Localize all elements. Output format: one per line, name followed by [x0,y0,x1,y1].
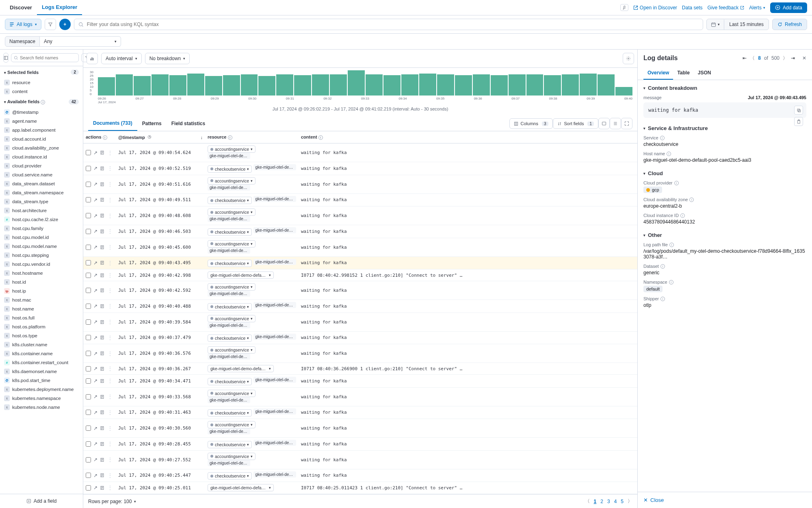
row-checkbox[interactable] [86,150,91,155]
view-doc-icon[interactable] [100,486,106,490]
row-checkbox[interactable] [86,304,91,309]
kql-search[interactable] [74,19,704,30]
pager-page[interactable]: 3 [607,499,610,504]
field-item[interactable]: iphost.ip [0,287,83,295]
view-doc-icon[interactable] [100,304,106,308]
histogram-bar[interactable] [437,74,454,96]
row-checkbox[interactable] [86,182,91,187]
pager-page[interactable]: 1 [594,499,597,504]
pager-page[interactable]: 4 [614,499,617,504]
resource-badge[interactable]: accountingservice ▾ [208,177,256,185]
field-item[interactable]: ⏱k8s.pod.start_time [0,376,83,385]
more-actions-icon[interactable]: ⋮ [107,335,113,341]
more-actions-icon[interactable]: ⋮ [107,228,113,234]
nav-first-button[interactable]: ⇤ [743,55,747,61]
data-sets-link[interactable]: Data sets [682,5,703,11]
expand-icon[interactable]: ↗ [93,213,98,219]
refresh-button[interactable]: Refresh [772,19,807,30]
resource-badge[interactable]: checkoutservice ▾ [208,165,252,173]
field-item[interactable]: thost.cpu.vendor.id [0,260,83,269]
row-checkbox[interactable] [86,319,91,325]
field-item[interactable]: ⏱@timestamp [0,108,83,117]
histogram-toggle-button[interactable] [87,53,98,64]
row-checkbox[interactable] [86,441,91,447]
row-checkbox[interactable] [86,197,91,202]
row-checkbox[interactable] [86,394,91,399]
view-doc-icon[interactable] [100,166,106,171]
section-other[interactable]: ▾ Other [643,232,806,238]
expand-icon[interactable]: ↗ [93,485,98,491]
selected-fields-header[interactable]: ▾ Selected fields2 [0,66,83,78]
resource-badge[interactable]: checkoutservice ▾ [208,334,252,342]
calendar-button[interactable]: ▾ [707,20,724,30]
field-item[interactable]: tcloud.availability_zone [0,143,83,152]
expand-icon[interactable]: ↗ [93,394,98,399]
info-icon[interactable]: i [660,136,665,140]
breakdown-select[interactable]: No breakdown ▾ [145,53,190,64]
view-doc-icon[interactable] [100,410,106,415]
resource-badge[interactable]: accountingservice ▾ [208,145,256,153]
field-item[interactable]: thost.id [0,278,83,287]
lens-button[interactable] [623,53,634,64]
view-doc-icon[interactable] [100,320,106,324]
resource-badge[interactable]: accountingservice ▾ [208,208,256,216]
field-item[interactable]: tk8s.container.name [0,349,83,358]
resource-badge[interactable]: checkoutservice ▾ [208,260,252,267]
histogram-bar[interactable] [116,74,133,96]
field-item[interactable]: tcloud.account.id [0,135,83,143]
field-item[interactable]: tdata_stream.dataset [0,179,83,188]
table-row[interactable]: ↗ ⋮ Jul 17, 2024 @ 09:40:42.998 gke-migu… [83,269,637,281]
histogram-bar[interactable] [241,74,258,96]
more-actions-icon[interactable]: ⋮ [107,165,113,171]
row-checkbox[interactable] [86,166,91,171]
resource-badge[interactable]: checkoutservice ▾ [208,228,252,236]
columns-button[interactable]: Columns 3 [509,118,553,129]
table-row[interactable]: ↗ ⋮ Jul 17, 2024 @ 09:40:42.592 accounti… [83,281,637,300]
field-item[interactable]: tcloud.service.name [0,170,83,179]
histogram-bar[interactable] [615,87,632,96]
expand-icon[interactable]: ↗ [93,351,98,356]
more-actions-icon[interactable]: ⋮ [107,426,113,431]
field-item[interactable]: tkubernetes.deployment.name [0,385,83,394]
row-checkbox[interactable] [86,366,91,371]
row-checkbox[interactable] [86,378,91,384]
expand-icon[interactable]: ↗ [93,181,98,187]
view-doc-icon[interactable] [100,273,106,278]
row-checkbox[interactable] [86,288,91,293]
table-row[interactable]: ↗ ⋮ Jul 17, 2024 @ 09:40:49.511 checkout… [83,193,637,206]
clipboard-icon[interactable] [794,117,803,126]
field-item[interactable]: tk8s.daemonset.name [0,367,83,376]
histogram-bar[interactable] [562,74,579,96]
view-doc-icon[interactable] [100,229,106,234]
table-row[interactable]: ↗ ⋮ Jul 17, 2024 @ 09:40:27.552 accounti… [83,450,637,469]
table-row[interactable]: ↗ ⋮ Jul 17, 2024 @ 09:40:48.608 accounti… [83,206,637,225]
histogram-bar[interactable] [544,75,561,96]
more-actions-icon[interactable]: ⋮ [107,473,113,478]
histogram-bar[interactable] [455,75,472,96]
info-icon[interactable]: i [228,135,232,140]
field-item[interactable]: #k8s.container.restart_count [0,358,83,367]
flyout-tab-table[interactable]: Table [673,67,693,80]
table-row[interactable]: ↗ ⋮ Jul 17, 2024 @ 09:40:33.568 accounti… [83,387,637,406]
view-doc-icon[interactable] [100,335,106,340]
histogram-bar[interactable] [205,76,222,96]
expand-icon[interactable]: ↗ [93,335,98,341]
table-row[interactable]: ↗ ⋮ Jul 17, 2024 @ 09:40:39.584 accounti… [83,313,637,331]
resource-badge[interactable]: checkoutservice ▾ [208,303,252,310]
table-row[interactable]: ↗ ⋮ Jul 17, 2024 @ 09:40:37.479 checkout… [83,331,637,344]
namespace-select[interactable]: Any ▾ [40,36,121,47]
filter-button[interactable] [45,19,56,30]
collapse-sidebar-button[interactable] [3,53,9,63]
field-item[interactable]: tdata_stream.type [0,197,83,206]
histogram-bar[interactable] [312,74,329,96]
field-item[interactable]: tcloud.provider [0,161,83,170]
histogram-bar[interactable] [598,74,615,96]
more-actions-icon[interactable]: ⋮ [107,457,113,462]
data-view-selector[interactable]: All logs ▾ [5,19,41,30]
more-actions-icon[interactable]: ⋮ [107,260,113,266]
copy-icon[interactable] [794,106,803,115]
tab-logs-explorer[interactable]: Logs Explorer [37,0,82,15]
more-actions-icon[interactable]: ⋮ [107,150,113,156]
tab-documents[interactable]: Documents (733) [88,116,137,131]
table-row[interactable]: ↗ ⋮ Jul 17, 2024 @ 09:40:25.011 gke-migu… [83,482,637,494]
